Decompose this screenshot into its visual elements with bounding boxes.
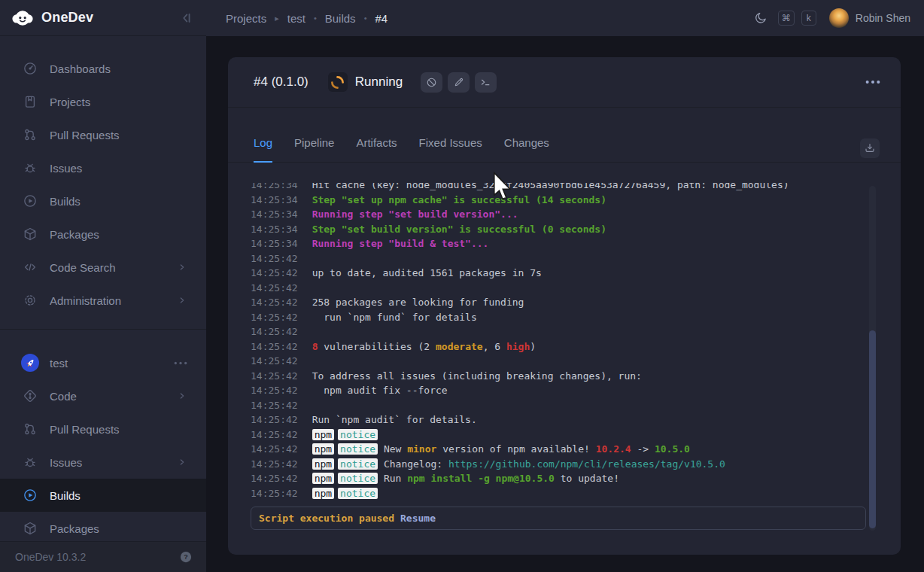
sidebar-item-administration[interactable]: Administration (0, 284, 206, 317)
sidebar-header: OneDev (0, 0, 206, 36)
log-timestamp: 14:25:42 (251, 488, 298, 499)
breadcrumb-separator: • (364, 14, 367, 23)
log-timestamp: 14:25:42 (251, 312, 298, 323)
log-line: 14:25:42 run `npm fund` for details (251, 310, 880, 325)
sidebar-project-item-code[interactable]: Code (0, 379, 206, 412)
sidebar-item-code-search[interactable]: Code Search (0, 251, 206, 284)
user-name[interactable]: Robin Shen (856, 12, 910, 24)
chevron-right-icon (176, 294, 188, 306)
git-icon (23, 388, 38, 403)
sidebar-item-pull-requests[interactable]: Pull Requests (0, 118, 206, 151)
tab-changes[interactable]: Changes (504, 136, 549, 162)
dark-mode-icon[interactable] (754, 11, 767, 25)
log-line: 14:25:42To address all issues (including… (251, 369, 880, 384)
sidebar-project-item-pull-requests[interactable]: Pull Requests (0, 412, 206, 446)
log-line: 14:25:42 (251, 251, 880, 266)
tab-fixed-issues[interactable]: Fixed Issues (419, 136, 482, 162)
log-text: up to date, audited 1561 packages in 7s (312, 267, 542, 278)
user-avatar[interactable] (829, 8, 849, 28)
sidebar-project-item-issues[interactable]: Issues (0, 446, 206, 479)
log-timestamp: 14:25:34 (251, 208, 298, 220)
log-text: high (506, 341, 530, 352)
log-line: 14:25:34Hit cache (key: node_modules_32/… (251, 183, 880, 193)
resume-link[interactable]: Resume (400, 513, 436, 524)
npm-badge: npm (312, 429, 334, 440)
log-line: 14:25:42up to date, audited 1561 package… (251, 266, 880, 281)
app-name: OneDev (41, 10, 178, 26)
sidebar-item-packages[interactable]: Packages (0, 218, 206, 251)
log-timestamp: 14:25:42 (251, 443, 298, 455)
build-log: 14:25:34Hit cache (key: node_modules_32/… (251, 183, 880, 502)
sidebar-project-item-packages[interactable]: Packages (0, 512, 206, 545)
onedev-logo-icon (11, 7, 34, 29)
sidebar-item-label: Issues (50, 456, 176, 469)
download-log-icon[interactable] (860, 138, 880, 158)
log-text: Running step "build & test"... (312, 238, 489, 249)
log-line: 14:25:428 vulnerabilities (2 moderate, 6… (251, 339, 880, 354)
terminal-button[interactable] (475, 72, 497, 93)
log-line: 14:25:42npmnotice New minor version of n… (251, 442, 880, 457)
tab-artifacts[interactable]: Artifacts (356, 136, 397, 162)
paused-message: Script execution paused (259, 513, 394, 524)
log-timestamp: 14:25:34 (251, 224, 298, 235)
sidebar-item-label: Packages (50, 228, 188, 241)
notice-badge: notice (338, 429, 378, 440)
topbar-right: ⌘ k Robin Shen (754, 8, 910, 28)
project-menu-icon[interactable] (173, 361, 188, 366)
log-scrollbar-thumb[interactable] (869, 330, 876, 528)
sidebar-project-nav: testCodePull RequestsIssuesBuildsPackage… (0, 330, 206, 545)
notice-badge: notice (338, 488, 378, 499)
sidebar-item-dashboards[interactable]: Dashboards (0, 52, 206, 85)
log-text: minor (407, 443, 436, 455)
sidebar-item-projects[interactable]: Projects (0, 85, 206, 118)
sidebar-project-item-builds[interactable]: Builds (0, 479, 206, 512)
log-timestamp: 14:25:42 (251, 355, 298, 367)
shortcut-cmd-key[interactable]: ⌘ (778, 11, 795, 26)
log-text: vulnerabilities (2 (318, 341, 436, 352)
log-timestamp: 14:25:42 (251, 370, 298, 382)
tab-log[interactable]: Log (254, 136, 272, 162)
sidebar-item-label: Code Search (50, 261, 176, 274)
cancel-button[interactable] (421, 72, 442, 93)
breadcrumb-projects[interactable]: Projects (226, 12, 266, 25)
sidebar-item-builds[interactable]: Builds (0, 184, 206, 218)
package-icon (23, 227, 38, 242)
log-line: 14:25:42 (251, 324, 880, 339)
sidebar-item-label: Code (50, 390, 176, 403)
npm-badge: npm (312, 458, 334, 470)
breadcrumb-builds[interactable]: Builds (325, 12, 356, 25)
edit-button[interactable] (448, 72, 470, 93)
sidebar-project-item-test[interactable]: test (0, 346, 206, 379)
log-timestamp: 14:25:42 (251, 458, 298, 470)
sidebar-item-issues[interactable]: Issues (0, 151, 206, 184)
code-search-icon (23, 260, 38, 275)
shortcut-k-key[interactable]: k (801, 11, 816, 26)
breadcrumb-test[interactable]: test (287, 12, 305, 25)
log-text: Changelog: (378, 458, 448, 470)
log-line: 14:25:42 (251, 281, 880, 296)
log-scrollbar-track[interactable] (869, 186, 876, 531)
log-line: 14:25:34Running step "set build version"… (251, 207, 880, 222)
build-actions (421, 72, 497, 93)
gear-icon (23, 293, 38, 308)
package-icon (23, 521, 38, 536)
build-header: #4 (0.1.0) Running (228, 57, 901, 108)
log-link[interactable]: https://github.com/npm/cli/releases/tag/… (448, 458, 725, 470)
chevron-right-icon (176, 261, 188, 273)
build-card: #4 (0.1.0) Running LogPipelineArtifactsF… (228, 57, 901, 555)
tab-pipeline[interactable]: Pipeline (294, 136, 334, 162)
pull-request-icon (23, 421, 38, 437)
log-text: 10.5.0 (655, 443, 690, 455)
sidebar-item-label: Pull Requests (50, 129, 188, 141)
sidebar-item-label: Builds (50, 489, 188, 502)
help-icon[interactable]: ? (179, 550, 193, 564)
more-options-icon[interactable] (862, 76, 884, 88)
log-lines: 14:25:34Hit cache (key: node_modules_32/… (251, 183, 880, 500)
npm-badge: npm (312, 488, 334, 499)
pull-request-icon (23, 127, 38, 142)
log-line: 14:25:34Step "set build version" is succ… (251, 222, 880, 237)
sidebar-collapse-icon[interactable] (178, 10, 194, 26)
log-timestamp: 14:25:42 (251, 473, 298, 484)
log-text: ) (530, 341, 536, 352)
sidebar-main-nav: DashboardsProjectsPull RequestsIssuesBui… (0, 36, 206, 317)
